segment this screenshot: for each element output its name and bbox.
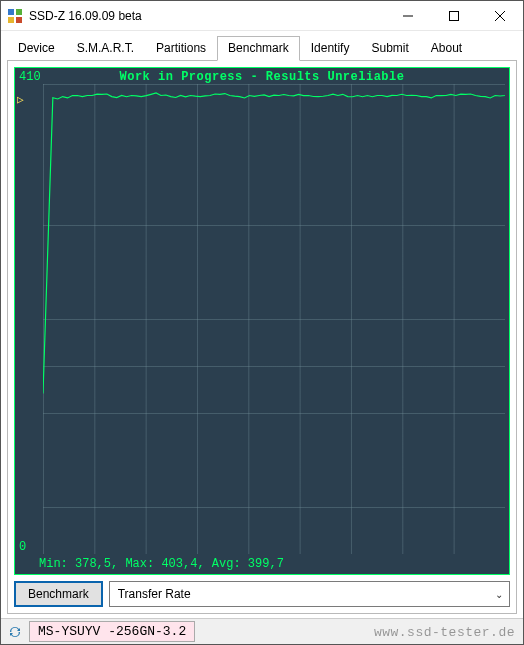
window-title: SSD-Z 16.09.09 beta: [29, 9, 385, 23]
minimize-button[interactable]: [385, 1, 431, 30]
svg-rect-0: [8, 9, 14, 15]
benchmark-button[interactable]: Benchmark: [14, 581, 103, 607]
mode-dropdown-value: Transfer Rate: [118, 587, 191, 601]
app-window: SSD-Z 16.09.09 beta Device S.M.A.R.T. Pa…: [0, 0, 524, 645]
y-axis-max: 410: [19, 70, 41, 84]
watermark-text: www.ssd-tester.de: [374, 624, 515, 639]
svg-rect-1: [16, 9, 22, 15]
tab-smart[interactable]: S.M.A.R.T.: [66, 36, 145, 61]
drive-selector[interactable]: MS-YSUYV -256GN-3.2: [29, 621, 195, 642]
titlebar: SSD-Z 16.09.09 beta: [1, 1, 523, 31]
statusbar: MS-YSUYV -256GN-3.2 www.ssd-tester.de: [1, 618, 523, 644]
svg-rect-5: [450, 11, 459, 20]
chart-cursor-icon: ▷: [17, 93, 24, 106]
close-button[interactable]: [477, 1, 523, 30]
tab-benchmark[interactable]: Benchmark: [217, 36, 300, 61]
tab-about[interactable]: About: [420, 36, 473, 61]
benchmark-chart: Work in Progress - Results Unreliable 41…: [14, 67, 510, 575]
tab-partitions[interactable]: Partitions: [145, 36, 217, 61]
maximize-button[interactable]: [431, 1, 477, 30]
benchmark-controls: Benchmark Transfer Rate ⌄: [14, 581, 510, 607]
window-controls: [385, 1, 523, 30]
refresh-icon[interactable]: [7, 624, 23, 640]
svg-rect-3: [16, 17, 22, 23]
chart-stats: Min: 378,5, Max: 403,4, Avg: 399,7: [39, 557, 284, 571]
chart-title: Work in Progress - Results Unreliable: [15, 70, 509, 84]
chart-line: [43, 84, 505, 554]
chevron-down-icon: ⌄: [495, 589, 503, 600]
tab-panel-benchmark: Work in Progress - Results Unreliable 41…: [7, 60, 517, 614]
y-axis-min: 0: [19, 540, 26, 554]
tab-submit[interactable]: Submit: [360, 36, 419, 61]
tab-identify[interactable]: Identify: [300, 36, 361, 61]
mode-dropdown[interactable]: Transfer Rate ⌄: [109, 581, 510, 607]
tab-bar: Device S.M.A.R.T. Partitions Benchmark I…: [1, 31, 523, 60]
app-icon: [7, 8, 23, 24]
tab-device[interactable]: Device: [7, 36, 66, 61]
chart-plot-area: [43, 84, 505, 554]
svg-rect-2: [8, 17, 14, 23]
